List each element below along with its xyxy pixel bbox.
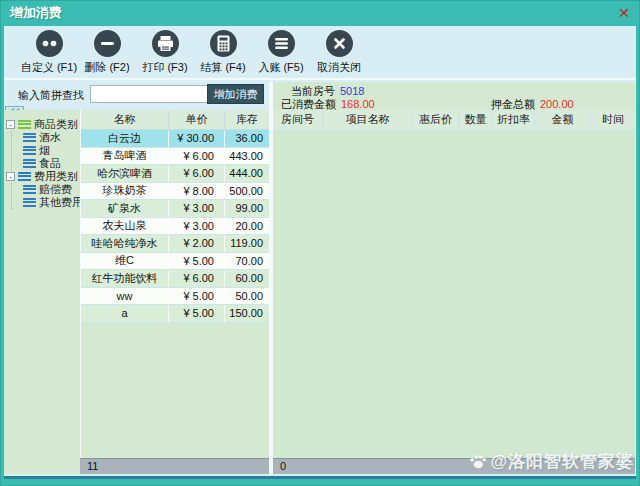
cell-name: 哈尔滨啤酒 bbox=[81, 165, 169, 182]
cancel-close-button[interactable]: 取消关闭 bbox=[310, 26, 368, 75]
cell-stock: 444.00 bbox=[225, 165, 269, 182]
order-grid-header: 房间号项目名称惠后价数量折扣率金额时间 bbox=[273, 110, 635, 130]
column-header[interactable]: 折扣率 bbox=[493, 110, 535, 129]
window-title: 增加消费 bbox=[10, 4, 62, 22]
cell-stock: 60.00 bbox=[225, 270, 269, 287]
cell-name: 青岛啤酒 bbox=[81, 148, 169, 165]
table-row[interactable]: 农夫山泉¥ 3.0020.00 bbox=[81, 218, 269, 236]
delete-icon bbox=[94, 30, 121, 57]
cell-price: ¥ 6.00 bbox=[169, 148, 225, 165]
product-table: 名称单价库存 白云边¥ 30.0036.00青岛啤酒¥ 6.00443.00哈尔… bbox=[80, 110, 269, 458]
column-header[interactable]: 金额 bbox=[535, 110, 591, 129]
expand-toggle-icon[interactable]: - bbox=[6, 172, 15, 181]
cell-stock: 119.00 bbox=[225, 235, 269, 252]
table-row[interactable]: 白云边¥ 30.0036.00 bbox=[81, 130, 269, 148]
column-header[interactable]: 库存 bbox=[225, 110, 269, 129]
room-label: 当前房号 bbox=[291, 85, 335, 97]
category-icon bbox=[18, 172, 31, 182]
add-consumption-button[interactable]: 增加消费 bbox=[207, 84, 264, 104]
titlebar: 增加消费 ✕ bbox=[0, 0, 640, 26]
column-header[interactable]: 名称 bbox=[81, 110, 169, 129]
order-count: 0 bbox=[280, 460, 286, 472]
print-button[interactable]: 打印 (F3) bbox=[136, 26, 194, 75]
deposit-label: 押金总额 bbox=[491, 98, 535, 110]
close-circle-icon bbox=[326, 30, 353, 57]
delete-button[interactable]: 删除 (F2) bbox=[78, 26, 136, 75]
toolbar-button-label: 打印 (F3) bbox=[142, 60, 187, 75]
cell-name: 珍珠奶茶 bbox=[81, 183, 169, 200]
product-panel: 输入简拼查找 增加消费 << -商品类别酒水烟食品-费用类别赔偿费其他费用 名称… bbox=[4, 82, 269, 474]
cell-name: 红牛功能饮料 bbox=[81, 270, 169, 287]
toolbar-button-label: 结算 (F4) bbox=[200, 60, 245, 75]
table-row[interactable]: 珍珠奶茶¥ 8.00500.00 bbox=[81, 183, 269, 201]
table-row[interactable]: 维C¥ 5.0070.00 bbox=[81, 253, 269, 271]
product-count-statusbar: 11 bbox=[80, 458, 269, 474]
cell-stock: 20.00 bbox=[225, 218, 269, 235]
cell-stock: 70.00 bbox=[225, 253, 269, 270]
cell-price: ¥ 5.00 bbox=[169, 288, 225, 305]
customize-button[interactable]: 自定义 (F1) bbox=[20, 26, 78, 75]
order-table: 房间号项目名称惠后价数量折扣率金额时间 bbox=[273, 110, 635, 458]
tree-item[interactable]: 酒水 bbox=[23, 131, 80, 144]
table-row[interactable]: 红牛功能饮料¥ 6.0060.00 bbox=[81, 270, 269, 288]
expand-toggle-icon[interactable]: - bbox=[6, 120, 15, 129]
table-row[interactable]: 哇哈哈纯净水¥ 2.00119.00 bbox=[81, 235, 269, 253]
toolbar: 自定义 (F1) 删除 (F2) 打印 (F3) 结算 (F4) bbox=[4, 26, 636, 80]
cell-stock: 36.00 bbox=[225, 130, 269, 147]
cell-name: 白云边 bbox=[81, 130, 169, 147]
column-header[interactable]: 单价 bbox=[169, 110, 225, 129]
cell-stock: 50.00 bbox=[225, 288, 269, 305]
category-icon bbox=[23, 198, 36, 208]
deposit-amount: 200.00 bbox=[540, 98, 574, 110]
category-icon bbox=[18, 120, 31, 130]
cell-stock: 443.00 bbox=[225, 148, 269, 165]
print-icon bbox=[152, 30, 179, 57]
toolbar-button-label: 取消关闭 bbox=[317, 60, 361, 75]
category-icon bbox=[23, 185, 36, 195]
tree-item-label: 其他费用 bbox=[39, 195, 80, 210]
search-label: 输入简拼查找 bbox=[18, 88, 84, 103]
column-header[interactable]: 数量 bbox=[459, 110, 493, 129]
product-count: 11 bbox=[87, 460, 98, 472]
cell-price: ¥ 5.00 bbox=[169, 305, 225, 322]
room-number: 5018 bbox=[340, 85, 364, 97]
tree-item[interactable]: 其他费用 bbox=[23, 196, 80, 209]
category-tree: -商品类别酒水烟食品-费用类别赔偿费其他费用 bbox=[4, 110, 80, 474]
cell-price: ¥ 6.00 bbox=[169, 270, 225, 287]
column-header[interactable]: 房间号 bbox=[273, 110, 323, 129]
customize-icon bbox=[36, 30, 63, 57]
cell-name: a bbox=[81, 305, 169, 322]
cell-stock: 500.00 bbox=[225, 183, 269, 200]
column-header[interactable]: 惠后价 bbox=[413, 110, 459, 129]
product-table-body: 白云边¥ 30.0036.00青岛啤酒¥ 6.00443.00哈尔滨啤酒¥ 6.… bbox=[81, 130, 269, 323]
column-header[interactable]: 项目名称 bbox=[323, 110, 413, 129]
table-row[interactable]: 矿泉水¥ 3.0099.00 bbox=[81, 200, 269, 218]
cell-price: ¥ 6.00 bbox=[169, 165, 225, 182]
window-content: 自定义 (F1) 删除 (F2) 打印 (F3) 结算 (F4) bbox=[4, 26, 636, 479]
table-row[interactable]: a¥ 5.00150.00 bbox=[81, 305, 269, 323]
close-icon[interactable]: ✕ bbox=[618, 6, 630, 20]
cell-stock: 99.00 bbox=[225, 200, 269, 217]
consumed-label: 已消费金额 bbox=[281, 98, 336, 110]
tree-children: 酒水烟食品 bbox=[11, 131, 80, 170]
cell-price: ¥ 3.00 bbox=[169, 218, 225, 235]
cell-name: 维C bbox=[81, 253, 169, 270]
cell-price: ¥ 30.00 bbox=[169, 130, 225, 147]
table-row[interactable]: 哈尔滨啤酒¥ 6.00444.00 bbox=[81, 165, 269, 183]
category-icon bbox=[23, 146, 36, 156]
product-table-header: 名称单价库存 bbox=[81, 110, 269, 130]
category-icon bbox=[23, 133, 36, 143]
cell-stock: 150.00 bbox=[225, 305, 269, 322]
pinyin-search-input[interactable] bbox=[90, 85, 208, 103]
column-header[interactable]: 时间 bbox=[591, 110, 635, 129]
toolbar-button-label: 自定义 (F1) bbox=[21, 60, 77, 75]
order-count-statusbar: 0 bbox=[273, 458, 635, 474]
cell-name: ww bbox=[81, 288, 169, 305]
settle-button[interactable]: 结算 (F4) bbox=[194, 26, 252, 75]
consumed-amount: 168.00 bbox=[341, 98, 375, 110]
post-account-button[interactable]: 入账 (F5) bbox=[252, 26, 310, 75]
cell-price: ¥ 8.00 bbox=[169, 183, 225, 200]
table-row[interactable]: ww¥ 5.0050.00 bbox=[81, 288, 269, 306]
toolbar-button-label: 删除 (F2) bbox=[84, 60, 129, 75]
table-row[interactable]: 青岛啤酒¥ 6.00443.00 bbox=[81, 148, 269, 166]
